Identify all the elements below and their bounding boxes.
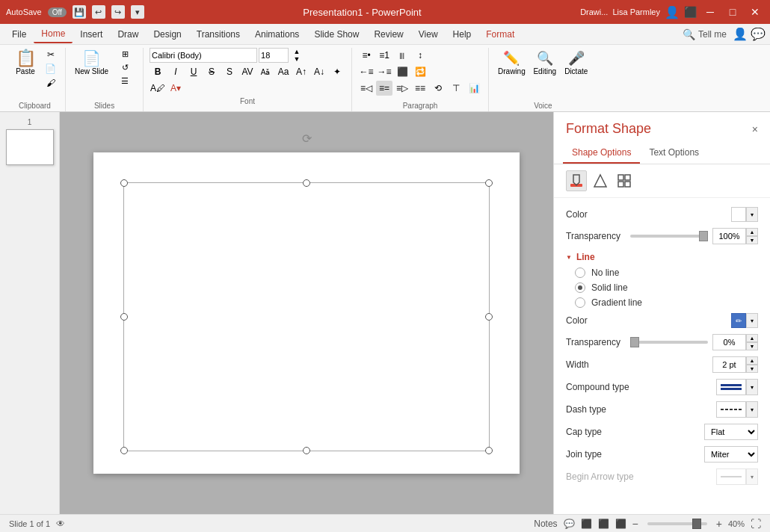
drawing-button[interactable]: ✏️ Drawing [495,48,529,77]
handle-bottom-right[interactable] [485,447,493,454]
redo-icon[interactable]: ↪ [111,5,125,19]
copy-button[interactable]: 📄 [42,62,59,75]
menu-design[interactable]: Design [146,26,188,43]
tab-shape-options[interactable]: Shape Options [563,143,640,164]
handle-top-right[interactable] [485,179,493,187]
share-icon[interactable]: 👤 [733,27,748,41]
gradient-line-radio[interactable] [575,297,585,308]
shadow-button[interactable]: S [221,64,238,79]
slide-thumbnail[interactable] [6,129,54,165]
column-button[interactable]: ⫼ [394,48,410,63]
rotate-handle[interactable]: ⟳ [300,132,313,145]
fit-slide-icon[interactable]: ⛶ [751,518,761,530]
bold-button[interactable]: B [150,64,166,79]
customize-icon[interactable]: ▾ [131,5,144,19]
menu-home[interactable]: Home [34,25,73,43]
line-transparency-down[interactable]: ▼ [746,342,758,350]
slide-canvas[interactable]: ⟳ [93,152,520,474]
font-size-input[interactable] [259,48,289,63]
align-text-button[interactable]: ⊤ [448,81,464,96]
handle-middle-left[interactable] [120,313,128,321]
width-down[interactable]: ▼ [746,365,758,373]
compound-type-picker[interactable]: ▾ [716,379,758,395]
line-transparency-up[interactable]: ▲ [746,334,758,342]
undo-icon[interactable]: ↩ [92,5,105,19]
autosave-toggle[interactable]: Off [48,7,67,17]
comment-icon[interactable]: 💬 [751,27,766,41]
minimize-button[interactable]: ─ [701,4,719,19]
font-size-down2[interactable]: A↓ [311,64,327,79]
font-size-up2[interactable]: A↑ [293,64,309,79]
editing-button[interactable]: 🔍 Editing [530,48,560,77]
no-line-option[interactable]: No line [554,265,770,280]
handle-bottom-middle[interactable] [303,447,310,454]
fill-effects-icon-button[interactable] [566,170,587,191]
menu-file[interactable]: File [4,26,34,43]
line-color-picker-button[interactable]: ✏ ▾ [731,313,758,328]
handle-middle-right[interactable] [485,313,493,321]
view-normal-icon[interactable]: ⬛ [581,519,592,529]
zoom-out-icon[interactable]: − [632,518,638,530]
notes-button[interactable]: Notes [534,519,557,529]
begin-arrow-picker[interactable]: ▾ [716,468,758,485]
paragraph-btn2[interactable]: ⬛ [394,64,410,79]
line-spacing-button[interactable]: ↕ [412,48,428,63]
new-slide-button[interactable]: 📄 New Slide [72,48,111,77]
view-outline-icon[interactable]: ⬛ [598,519,609,529]
strikethrough-button[interactable]: S [203,64,220,79]
font-family-input[interactable] [150,48,257,63]
zoom-slider[interactable] [647,522,707,525]
menu-slideshow[interactable]: Slide Show [307,26,366,43]
tab-text-options[interactable]: Text Options [640,143,708,164]
menu-review[interactable]: Review [366,26,410,43]
fill-transparency-down[interactable]: ▼ [746,236,758,244]
reset-button[interactable]: ↺ [113,61,137,74]
section-button[interactable]: ☰ [113,75,137,87]
change-case-button[interactable]: Aa [275,64,292,79]
solid-line-option[interactable]: Solid line [554,280,770,295]
width-input[interactable] [712,356,746,373]
layout-button[interactable]: ⊞ [113,48,137,61]
line-transparency-slider[interactable] [630,341,708,344]
selection-box[interactable] [123,182,490,451]
cap-type-select[interactable]: Flat Round Square [704,424,758,440]
fill-transparency-up[interactable]: ▲ [746,228,758,236]
handle-top-left[interactable] [120,179,128,187]
no-line-radio[interactable] [575,267,585,278]
fill-transparency-input[interactable] [712,228,746,244]
char-spacing-button[interactable]: AV [239,64,256,79]
tell-me-input[interactable]: Tell me [698,29,727,40]
handle-bottom-left[interactable] [120,447,128,454]
align-right-button[interactable]: ≡▷ [394,81,410,96]
dash-type-picker[interactable]: ▾ [716,401,758,418]
line-section-header[interactable]: ▼ Line [554,247,770,265]
decrease-indent-button[interactable]: ←≡ [358,64,375,79]
underline-button[interactable]: U [185,64,202,79]
smartart-button[interactable]: Aǎ [257,64,274,79]
numbered-list-button[interactable]: ≡1 [376,48,392,63]
width-up[interactable]: ▲ [746,356,758,365]
menu-format[interactable]: Format [478,26,522,43]
format-panel-close-button[interactable]: × [752,123,758,135]
account-icon[interactable]: 👤 [665,5,680,19]
accessibility-icon[interactable]: 👁 [56,519,65,529]
convert-smartart-button[interactable]: 🔁 [412,64,428,79]
font-size-decrease-button[interactable]: ▼ [289,55,305,63]
menu-transitions[interactable]: Transitions [189,26,247,43]
bullet-list-button[interactable]: ≡• [358,48,375,63]
dictate-button[interactable]: 🎤 Dictate [561,48,591,77]
align-center-button[interactable]: ≡= [376,81,392,96]
close-button[interactable]: ✕ [746,4,764,19]
solid-line-radio[interactable] [575,282,585,293]
menu-draw[interactable]: Draw [110,26,146,43]
italic-button[interactable]: I [167,64,184,79]
maximize-button[interactable]: □ [724,4,742,19]
menu-animations[interactable]: Animations [247,26,307,43]
text-direction-button[interactable]: ⟲ [430,81,446,96]
size-properties-icon-button[interactable] [614,170,635,191]
menu-view[interactable]: View [411,26,446,43]
align-left-button[interactable]: ≡◁ [358,81,375,96]
fill-transparency-slider[interactable] [630,235,708,238]
convert-to-smartart-button[interactable]: 📊 [466,81,482,96]
justify-button[interactable]: ≡≡ [412,81,428,96]
